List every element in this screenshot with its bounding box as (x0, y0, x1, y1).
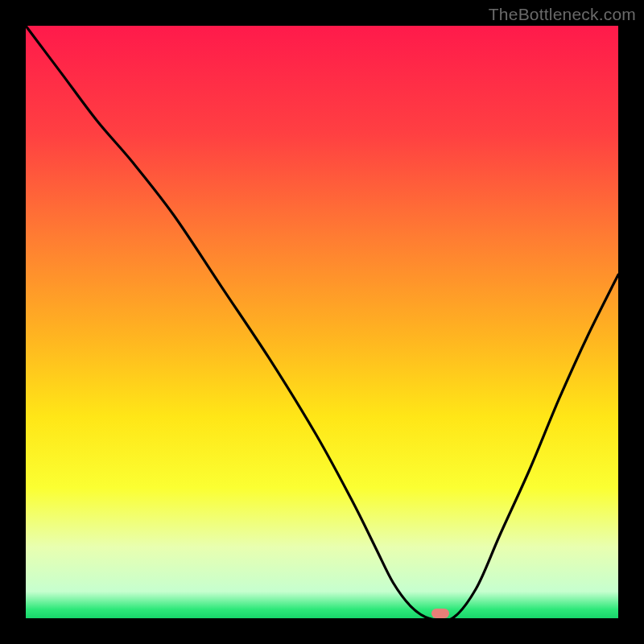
bottleneck-curve (26, 26, 618, 618)
watermark-text: TheBottleneck.com (489, 5, 636, 24)
curve-layer (26, 26, 618, 618)
chart-frame: TheBottleneck.com (0, 0, 644, 644)
plot-area (26, 26, 618, 618)
optimum-marker (431, 609, 449, 618)
